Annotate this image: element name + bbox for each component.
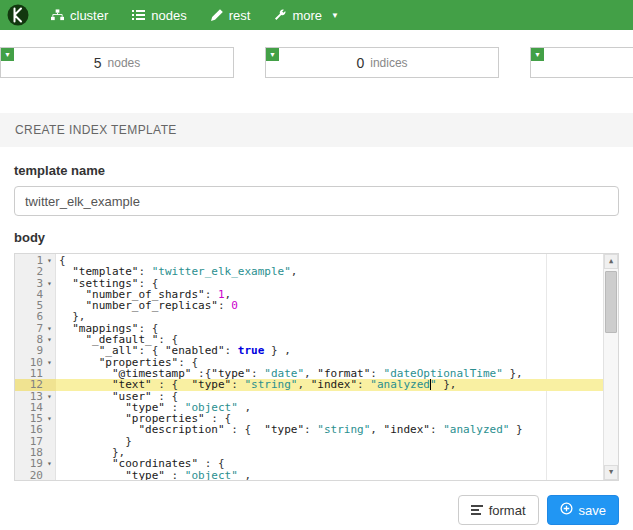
format-button[interactable]: format (458, 495, 539, 525)
caret-down-icon: ▼ (534, 51, 541, 58)
stat-value: 5 (94, 55, 102, 71)
nav-item-label: nodes (151, 8, 186, 23)
fold-spacer (43, 470, 56, 481)
navbar: cluster nodes rest more ▼ (0, 0, 633, 30)
fold-spacer (43, 402, 56, 413)
fold-spacer (43, 447, 56, 458)
cerebro-logo-icon[interactable] (7, 3, 31, 27)
stat-label: indices (370, 56, 407, 70)
plus-circle-icon (560, 502, 573, 518)
fold-spacer (43, 311, 56, 322)
fold-caret-icon[interactable]: ▾ (43, 413, 56, 424)
gutter-line-number[interactable]: 2 (15, 266, 56, 277)
wrench-icon (274, 9, 286, 21)
text-cursor (430, 379, 431, 390)
section-title: CREATE INDEX TEMPLATE (0, 113, 633, 147)
caret-down-icon: ▼ (4, 51, 11, 58)
fold-spacer (43, 424, 56, 435)
json-body-editor[interactable]: 1▾{2 "template": "twitter_elk_example",3… (14, 253, 619, 481)
body-label: body (14, 230, 619, 245)
template-name-input[interactable] (14, 186, 619, 216)
stat-box-nodes: ▼ 5 nodes (0, 47, 234, 78)
nav-item-label: cluster (70, 8, 108, 23)
nav-item-label: more (292, 8, 322, 23)
fold-spacer (43, 436, 56, 447)
editor-line[interactable]: 12 "text" : { "type": "string", "index":… (15, 379, 603, 390)
code-line-text[interactable]: "description" : { "type": "string", "ind… (56, 424, 603, 435)
editor-line[interactable]: 19▾ "coordinates" : { (15, 458, 603, 469)
cluster-stats-row: ▼ 5 nodes ▼ 0 indices ▼ 0 (0, 47, 633, 78)
template-name-label: template name (14, 163, 619, 178)
caret-down-icon: ▼ (269, 51, 276, 58)
editor-line[interactable]: 5 "number_of_replicas": 0 (15, 300, 603, 311)
format-button-label: format (489, 503, 526, 518)
chevron-down-icon: ▼ (331, 11, 339, 20)
fold-caret-icon[interactable]: ▾ (43, 323, 56, 334)
stat-value: 0 (356, 55, 364, 71)
form-actions: format save (0, 481, 633, 525)
fold-caret-icon[interactable]: ▾ (43, 278, 56, 289)
code-editor-lines: 1▾{2 "template": "twitter_elk_example",3… (15, 255, 603, 481)
gutter-line-number[interactable]: 19▾ (15, 458, 56, 469)
fold-caret-icon[interactable]: ▾ (43, 255, 56, 266)
nav-item-cluster[interactable]: cluster (39, 0, 120, 30)
gutter-line-number[interactable]: 9 (15, 345, 56, 356)
nav-item-nodes[interactable]: nodes (120, 0, 198, 30)
code-line-text[interactable]: } (56, 436, 603, 447)
fold-spacer (43, 266, 56, 277)
scroll-up-button[interactable]: ▲ (604, 254, 618, 269)
gutter-line-number[interactable]: 12 (15, 379, 56, 390)
stat-box-menu-toggle[interactable]: ▼ (531, 48, 544, 61)
stat-label: nodes (108, 56, 141, 70)
list-icon (132, 9, 145, 21)
fold-spacer (43, 368, 56, 379)
nav-item-rest[interactable]: rest (199, 0, 263, 30)
sitemap-icon (51, 9, 64, 21)
stat-box-indices: ▼ 0 indices (265, 47, 499, 78)
fold-caret-icon[interactable]: ▾ (43, 357, 56, 368)
scrollbar-thumb[interactable] (605, 271, 617, 333)
save-button-label: save (579, 503, 606, 518)
fold-caret-icon[interactable]: ▾ (43, 391, 56, 402)
nav-item-more[interactable]: more ▼ (262, 0, 351, 30)
editor-scrollbar[interactable]: ▲ ▼ (603, 254, 618, 480)
fold-spacer (43, 379, 56, 390)
nav-item-label: rest (229, 8, 251, 23)
pencil-icon (211, 9, 223, 21)
stat-box-menu-toggle[interactable]: ▼ (266, 48, 279, 61)
fold-caret-icon[interactable]: ▾ (43, 334, 56, 345)
stat-box-menu-toggle[interactable]: ▼ (1, 48, 14, 61)
fold-spacer (43, 345, 56, 356)
code-line-text[interactable]: "number_of_replicas": 0 (56, 300, 603, 311)
fold-spacer (43, 289, 56, 300)
stat-box-cutoff: ▼ 0 (530, 47, 633, 78)
align-left-icon (471, 503, 483, 518)
fold-spacer (43, 300, 56, 311)
fold-caret-icon[interactable]: ▾ (43, 458, 56, 469)
create-template-form: template name body 1▾{2 "template": "twi… (0, 163, 633, 481)
save-button[interactable]: save (547, 495, 619, 525)
scroll-down-button[interactable]: ▼ (604, 465, 618, 480)
